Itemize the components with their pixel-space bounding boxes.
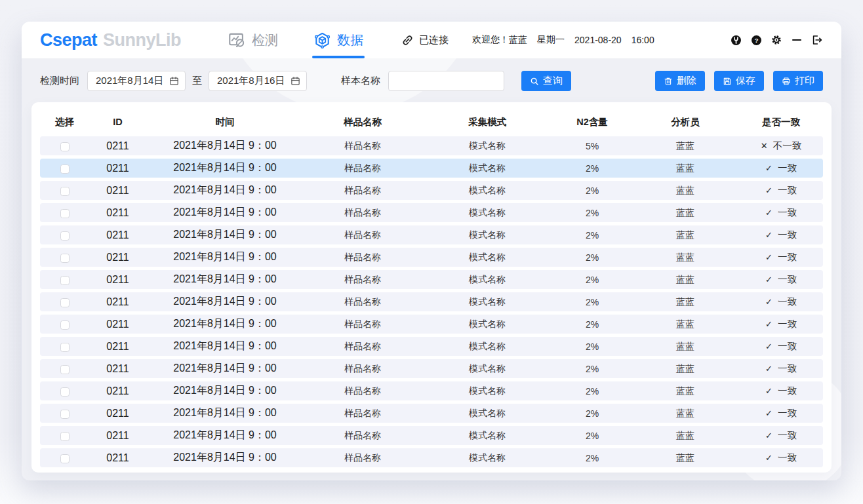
cell-select xyxy=(40,252,89,262)
cell-mode: 模式名称 xyxy=(422,163,553,174)
col-match: 是否一致 xyxy=(739,116,823,128)
row-checkbox[interactable] xyxy=(60,209,70,218)
cell-match-label: 一致 xyxy=(778,340,797,353)
cell-mode: 模式名称 xyxy=(422,207,553,219)
cell-mode: 模式名称 xyxy=(422,252,553,263)
tab-detection[interactable]: 检测 xyxy=(228,22,278,58)
match-icon: ✓ xyxy=(765,408,773,418)
table-row[interactable]: 0211 2021年8月14日 9：00 样品名称 模式名称 5% 蓝蓝 ✕ 不… xyxy=(40,136,823,155)
query-button[interactable]: 查询 xyxy=(521,71,571,91)
table-row[interactable]: 0211 2021年8月14日 9：00 样品名称 模式名称 2% 蓝蓝 ✓ 一… xyxy=(40,225,823,244)
match-icon: ✓ xyxy=(765,208,773,218)
cell-mode: 模式名称 xyxy=(422,452,553,464)
time-text: 16:00 xyxy=(632,35,654,45)
row-checkbox[interactable] xyxy=(60,231,70,241)
cell-analyst: 蓝蓝 xyxy=(632,452,739,464)
tab-detection-label: 检测 xyxy=(252,31,278,49)
row-checkbox[interactable] xyxy=(60,320,70,330)
action-buttons: 删除 保存 xyxy=(655,71,823,91)
cell-match-label: 一致 xyxy=(778,206,797,219)
table-row[interactable]: 0211 2021年8月14日 9：00 样品名称 模式名称 2% 蓝蓝 ✓ 一… xyxy=(40,315,823,334)
cell-mode: 模式名称 xyxy=(422,385,553,397)
table-row[interactable]: 0211 2021年8月14日 9：00 样品名称 模式名称 2% 蓝蓝 ✓ 一… xyxy=(40,381,823,400)
table-row[interactable]: 0211 2021年8月14日 9：00 样品名称 模式名称 2% 蓝蓝 ✓ 一… xyxy=(40,270,823,289)
date-text: 2021-08-20 xyxy=(574,35,622,45)
cell-id: 0211 xyxy=(89,207,146,219)
table-row[interactable]: 0211 2021年8月14日 9：00 样品名称 模式名称 2% 蓝蓝 ✓ 一… xyxy=(40,426,823,445)
date-range-label: 检测时间 xyxy=(40,75,79,87)
cell-time: 2021年8月14日 9：00 xyxy=(146,406,304,420)
table-row[interactable]: 0211 2021年8月14日 9：00 样品名称 模式名称 2% 蓝蓝 ✓ 一… xyxy=(40,159,823,178)
row-checkbox[interactable] xyxy=(60,432,70,441)
cell-id: 0211 xyxy=(89,408,146,419)
table-row[interactable]: 0211 2021年8月14日 9：00 样品名称 模式名称 2% 蓝蓝 ✓ 一… xyxy=(40,248,823,267)
cell-match: ✓ 一致 xyxy=(739,385,823,397)
row-checkbox[interactable] xyxy=(60,276,70,285)
cell-match-label: 不一致 xyxy=(773,140,802,152)
cell-sample: 样品名称 xyxy=(304,385,422,397)
row-checkbox[interactable] xyxy=(60,410,70,419)
cell-id: 0211 xyxy=(89,363,146,375)
table-row[interactable]: 0211 2021年8月14日 9：00 样品名称 模式名称 2% 蓝蓝 ✓ 一… xyxy=(40,292,823,311)
delete-button[interactable]: 删除 xyxy=(655,71,705,91)
table-header-row: 选择 ID 时间 样品名称 采集模式 N2含量 分析员 是否一致 xyxy=(40,107,823,136)
cell-time: 2021年8月14日 9：00 xyxy=(146,161,304,175)
table-row[interactable]: 0211 2021年8月14日 9：00 样品名称 模式名称 2% 蓝蓝 ✓ 一… xyxy=(40,404,823,423)
date-from-input[interactable]: 2021年8月14日 xyxy=(87,71,186,91)
range-separator: 至 xyxy=(192,75,202,87)
cell-mode: 模式名称 xyxy=(422,319,553,330)
cell-match: ✓ 一致 xyxy=(739,229,823,241)
table-row[interactable]: 0211 2021年8月14日 9：00 样品名称 模式名称 2% 蓝蓝 ✓ 一… xyxy=(40,359,823,378)
settings-gear-icon[interactable] xyxy=(771,34,782,46)
cell-match-label: 一致 xyxy=(778,452,797,464)
match-icon: ✓ xyxy=(765,163,773,173)
date-to-input[interactable]: 2021年8月16日 xyxy=(209,71,307,91)
row-checkbox[interactable] xyxy=(60,165,70,174)
match-icon: ✓ xyxy=(765,364,773,374)
cell-match-label: 一致 xyxy=(778,162,797,174)
cell-select xyxy=(40,363,89,374)
cell-match: ✓ 一致 xyxy=(739,407,823,419)
table-row[interactable]: 0211 2021年8月14日 9：00 样品名称 模式名称 2% 蓝蓝 ✓ 一… xyxy=(40,337,823,356)
trash-icon xyxy=(664,77,673,86)
cell-n2: 2% xyxy=(553,252,632,263)
print-button[interactable]: 打印 xyxy=(773,71,823,91)
date-from-value: 2021年8月14日 xyxy=(96,75,163,87)
save-button[interactable]: 保存 xyxy=(714,71,764,91)
cell-analyst: 蓝蓝 xyxy=(632,341,739,353)
cell-n2: 2% xyxy=(553,408,632,419)
help-icon[interactable]: ? xyxy=(750,34,762,46)
cell-select xyxy=(40,207,89,218)
date-to-value: 2021年8月16日 xyxy=(217,75,285,87)
minimize-icon[interactable] xyxy=(791,34,803,46)
cell-n2: 2% xyxy=(553,297,632,307)
match-icon: ✕ xyxy=(761,141,768,151)
row-checkbox[interactable] xyxy=(60,387,70,397)
cell-sample: 样品名称 xyxy=(304,207,422,219)
row-checkbox[interactable] xyxy=(60,187,70,196)
cell-n2: 2% xyxy=(553,275,632,285)
cell-time: 2021年8月14日 9：00 xyxy=(146,451,304,465)
table-row[interactable]: 0211 2021年8月14日 9：00 样品名称 模式名称 2% 蓝蓝 ✓ 一… xyxy=(40,203,823,222)
cell-n2: 2% xyxy=(553,364,632,374)
sample-name-input[interactable] xyxy=(388,71,504,91)
tools-wrench-icon[interactable] xyxy=(730,34,742,46)
cell-analyst: 蓝蓝 xyxy=(632,430,739,442)
table-row[interactable]: 0211 2021年8月14日 9：00 样品名称 模式名称 2% 蓝蓝 ✓ 一… xyxy=(40,181,823,200)
cell-mode: 模式名称 xyxy=(422,140,553,152)
cell-id: 0211 xyxy=(89,319,146,330)
cell-id: 0211 xyxy=(89,185,146,197)
table-row[interactable]: 0211 2021年8月14日 9：00 样品名称 模式名称 2% 蓝蓝 ✓ 一… xyxy=(40,448,823,467)
row-checkbox[interactable] xyxy=(60,365,70,374)
row-checkbox[interactable] xyxy=(60,254,70,263)
cell-time: 2021年8月14日 9：00 xyxy=(146,206,304,220)
row-checkbox[interactable] xyxy=(60,454,70,463)
cell-sample: 样品名称 xyxy=(304,229,422,241)
row-checkbox[interactable] xyxy=(60,298,70,307)
row-checkbox[interactable] xyxy=(60,343,70,352)
row-checkbox[interactable] xyxy=(60,142,70,151)
logout-icon[interactable] xyxy=(811,34,823,46)
cell-time: 2021年8月14日 9：00 xyxy=(146,384,304,398)
cell-analyst: 蓝蓝 xyxy=(632,163,739,174)
tab-data[interactable]: 数据 xyxy=(313,22,363,58)
